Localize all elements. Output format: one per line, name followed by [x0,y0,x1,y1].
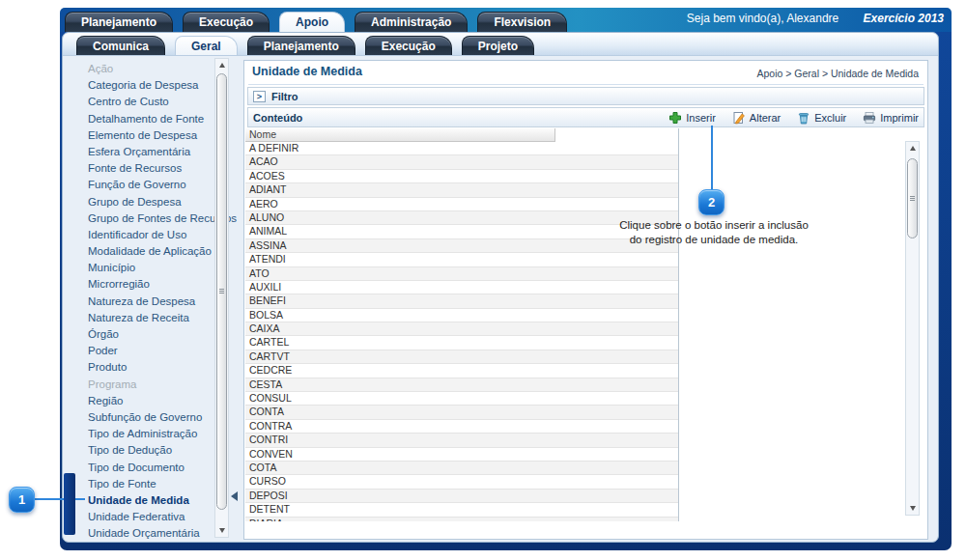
scroll-down-icon[interactable] [215,524,228,537]
sidebar-item-unidade-orcamentaria[interactable]: Unidade Orçamentária [63,525,271,540]
table-row[interactable]: ANIMAL [245,225,678,238]
table-row[interactable]: ADIANT [245,183,678,197]
top-tabs: PlanejamentoExecuçãoApoioAdministraçãoFl… [65,12,567,32]
tab-flexvision[interactable]: Flexvision [477,12,567,32]
window-frame: ComunicaGeralPlanejamentoExecuçãoProjeto… [60,32,952,550]
content-panel: Unidade de Medida Apoio > Geral > Unidad… [243,60,928,540]
table-row[interactable]: ASSINA [245,239,678,253]
table-row[interactable]: CARTEL [245,336,678,350]
table-row[interactable]: ATO [245,267,678,281]
sidebar-item-municipio[interactable]: Município [63,260,271,276]
alterar-button[interactable]: Alterar [732,111,781,125]
subtab-geral[interactable]: Geral [175,36,238,55]
sidebar-scrollbar-thumb[interactable] [216,73,227,510]
sidebar-item-subfuncao-de-governo[interactable]: Subfunção de Governo [63,409,271,426]
sidebar-item-esfera-orcamentaria[interactable]: Esfera Orçamentária [63,144,271,160]
plus-icon [668,111,682,125]
sidebar-item-grupo-de-despesa[interactable]: Grupo de Despesa [63,194,271,210]
sidebar-item-produto[interactable]: Produto [63,359,271,376]
subtab-planejamento[interactable]: Planejamento [247,36,355,55]
scroll-down-icon[interactable] [906,502,919,515]
table-row[interactable]: DIARIA [245,518,678,521]
sidebar-item-categoria-de-despesa[interactable]: Categoria de Despesa [63,77,271,94]
subtab-execucao[interactable]: Execução [365,36,452,55]
sidebar-item-tipo-de-deducao[interactable]: Tipo de Dedução [63,442,271,459]
table-row[interactable]: CONTA [245,406,678,419]
table-row[interactable]: BENEFI [245,294,678,308]
table-row[interactable]: A DEFINIR [245,142,678,155]
welcome-area: Seja bem vindo(a), Alexandre Exercício 2… [687,12,944,25]
thumb-grip [219,289,224,294]
sub-nav-band: ComunicaGeralPlanejamentoExecuçãoProjeto [63,33,938,56]
sidebar-item-orgao[interactable]: Órgão [63,326,271,343]
sidebar-item-identificador-de-uso[interactable]: Identificador de Uso [63,227,271,243]
table-row[interactable]: COTA [245,462,678,475]
callout-badge-1: 1 [9,487,35,513]
welcome-text: Seja bem vindo(a), Alexandre [687,12,838,25]
subtab-comunica[interactable]: Comunica [76,36,165,55]
title-divider [248,84,923,85]
tab-planejamento[interactable]: Planejamento [65,12,173,32]
sidebar-item-unidade-federativa[interactable]: Unidade Federativa [63,509,271,525]
sidebar-item-poder[interactable]: Poder [63,343,271,359]
grid-scrollbar[interactable] [905,141,920,516]
sidebar-item-microrregiao[interactable]: Microrregião [63,276,271,293]
sidebar-item-elemento-de-despesa[interactable]: Elemento de Despesa [63,127,271,144]
table-row[interactable]: BOLSA [245,309,678,322]
sub-tabs: ComunicaGeralPlanejamentoExecuçãoProjeto [76,36,534,55]
tab-execucao[interactable]: Execução [183,12,270,32]
sidebar-item-natureza-de-receita[interactable]: Natureza de Receita [63,310,271,326]
table-row[interactable]: AERO [245,198,678,211]
filter-label: Filtro [271,91,298,102]
scroll-up-icon[interactable] [215,59,228,71]
table-row[interactable]: CEDCRE [245,364,678,378]
table-row[interactable]: ALUNO [245,211,678,225]
printer-icon [863,111,876,125]
imprimir-button[interactable]: Imprimir [863,111,919,125]
sidebar-item-grupo-de-fontes-de-recursos[interactable]: Grupo de Fontes de Recursos [63,210,271,227]
filter-bar: > Filtro [247,87,924,105]
inserir-button[interactable]: Inserir [668,111,716,125]
toolbar-buttons: InserirAlterarExcluirImprimir [668,108,919,126]
sidebar-item-tipo-de-administracao[interactable]: Tipo de Administração [63,426,271,442]
table-row[interactable]: CONVEN [245,448,678,462]
sidebar-item-natureza-de-despesa[interactable]: Natureza de Despesa [63,294,271,310]
tab-apoio[interactable]: Apoio [279,12,345,32]
page-title: Unidade de Medida [252,65,362,78]
table-row[interactable]: DETENT [245,503,678,517]
thumb-grip [910,196,915,201]
subtab-projeto[interactable]: Projeto [462,36,534,55]
main-panel: ComunicaGeralPlanejamentoExecuçãoProjeto… [62,32,939,543]
page: PlanejamentoExecuçãoApoioAdministraçãoFl… [0,0,966,560]
table-row[interactable]: CARTVT [245,350,678,364]
button-label: Imprimir [880,112,919,124]
grid-scrollbar-thumb[interactable] [907,158,918,238]
sidebar-item-detalhamento-de-fonte[interactable]: Detalhamento de Fonte [63,111,271,127]
table-row[interactable]: CONSUL [245,392,678,406]
table-row[interactable]: ATENDI [245,253,678,266]
table-row[interactable]: AUXILI [245,281,678,294]
table-row[interactable]: CONTRI [245,434,678,447]
scroll-up-icon[interactable] [906,142,919,154]
table-row[interactable]: CESTA [245,378,678,392]
tab-administracao[interactable]: Administração [355,12,468,32]
table-row[interactable]: DEPOSI [245,490,678,503]
table-row[interactable]: CAIXA [245,322,678,336]
table-row[interactable]: CURSO [245,475,678,489]
sidebar-item-acao: Ação [63,61,271,77]
sidebar-scrollbar[interactable] [214,58,229,538]
filter-expand-icon[interactable]: > [253,91,266,102]
sidebar-item-modalidade-de-aplicacao[interactable]: Modalidade de Aplicação [63,243,271,260]
sidebar-collapse-icon[interactable] [231,490,241,503]
sidebar-item-regiao[interactable]: Região [63,393,271,409]
sidebar-item-fonte-de-recursos[interactable]: Fonte de Recursos [63,160,271,177]
sidebar-item-tipo-de-documento[interactable]: Tipo de Documento [63,460,271,476]
column-header-nome[interactable]: Nome [245,128,555,142]
sidebar-item-centro-de-custo[interactable]: Centro de Custo [63,94,271,110]
table-row[interactable]: CONTRA [245,420,678,434]
excluir-button[interactable]: Excluir [797,111,846,125]
table-row[interactable]: ACAO [245,155,678,169]
sidebar-item-funcao-de-governo[interactable]: Função de Governo [63,177,271,193]
table-row[interactable]: ACOES [245,170,678,183]
button-label: Alterar [750,112,781,124]
